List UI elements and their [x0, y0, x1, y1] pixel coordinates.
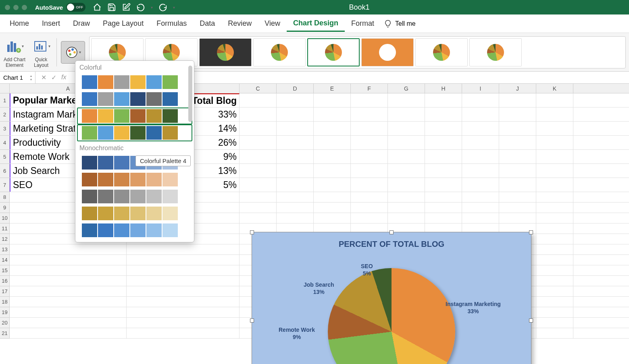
close-window-button[interactable] — [5, 5, 10, 10]
cell-C6[interactable] — [240, 164, 277, 178]
cell-A17[interactable] — [10, 286, 127, 296]
row-header-19[interactable]: 19 — [0, 307, 9, 318]
cell-K5[interactable] — [536, 150, 573, 163]
cell-G10[interactable] — [388, 213, 425, 223]
cell-K6[interactable] — [536, 164, 573, 178]
cell-F4[interactable] — [351, 136, 388, 149]
resize-handle[interactable] — [389, 230, 394, 234]
cell-K17[interactable] — [536, 286, 573, 296]
cell-A14[interactable] — [10, 255, 127, 265]
cell-E4[interactable] — [314, 136, 351, 149]
row-header-8[interactable]: 8 — [0, 192, 9, 203]
undo-icon[interactable] — [136, 3, 145, 12]
row-header-18[interactable]: 18 — [0, 297, 9, 307]
name-box[interactable]: Chart 1 ▴▾ — [0, 72, 35, 83]
maximize-window-button[interactable] — [22, 5, 27, 10]
cell-I9[interactable] — [462, 203, 499, 213]
cell-G7[interactable] — [388, 178, 425, 192]
chart-style-6[interactable] — [361, 38, 414, 66]
row-header-4[interactable]: 4 — [0, 136, 9, 150]
chart-style-8[interactable] — [469, 38, 522, 66]
column-header-E[interactable]: E — [314, 84, 351, 93]
cell-F2[interactable] — [351, 108, 388, 121]
cell-B21[interactable] — [127, 328, 240, 338]
resize-handle[interactable] — [529, 230, 533, 234]
cell-G9[interactable] — [388, 203, 425, 213]
cell-H3[interactable] — [425, 122, 462, 135]
cell-H9[interactable] — [425, 203, 462, 213]
cell-K21[interactable] — [536, 328, 573, 338]
row-header-14[interactable]: 14 — [0, 255, 9, 265]
tab-chart-design[interactable]: Chart Design — [287, 16, 345, 32]
minimize-window-button[interactable] — [13, 5, 19, 10]
cell-K8[interactable] — [536, 192, 573, 202]
cell-E9[interactable] — [314, 203, 351, 213]
cell-J5[interactable] — [499, 150, 536, 163]
cell-C3[interactable] — [240, 122, 277, 135]
dropdown-scrollbar[interactable] — [188, 66, 192, 122]
row-header-10[interactable]: 10 — [0, 213, 9, 223]
cell-I4[interactable] — [462, 136, 499, 149]
palette-row[interactable] — [77, 108, 192, 124]
cell-G1[interactable] — [388, 93, 425, 107]
cell-K11[interactable] — [536, 223, 573, 234]
cell-H2[interactable] — [425, 108, 462, 121]
row-header-11[interactable]: 11 — [0, 223, 9, 234]
cell-K15[interactable] — [536, 265, 573, 275]
row-header-5[interactable]: 5 — [0, 150, 9, 164]
tab-insert[interactable]: Insert — [35, 16, 67, 31]
cell-I6[interactable] — [462, 164, 499, 178]
cell-F7[interactable] — [351, 178, 388, 192]
cell-J7[interactable] — [499, 178, 536, 192]
cell-D8[interactable] — [277, 192, 314, 202]
cell-C5[interactable] — [240, 150, 277, 163]
cell-B15[interactable] — [127, 265, 240, 275]
cell-J6[interactable] — [499, 164, 536, 178]
cell-G4[interactable] — [388, 136, 425, 149]
cell-G8[interactable] — [388, 192, 425, 202]
row-header-16[interactable]: 16 — [0, 276, 9, 286]
redo-icon[interactable] — [158, 3, 167, 12]
cell-J3[interactable] — [499, 122, 536, 135]
cell-J2[interactable] — [499, 108, 536, 121]
cell-A13[interactable] — [10, 244, 127, 254]
cell-J4[interactable] — [499, 136, 536, 149]
row-header-13[interactable]: 13 — [0, 244, 9, 255]
cell-B13[interactable] — [127, 244, 240, 254]
cell-D5[interactable] — [277, 150, 314, 163]
chart-style-3[interactable] — [199, 38, 252, 66]
cell-G3[interactable] — [388, 122, 425, 135]
cell-D3[interactable] — [277, 122, 314, 135]
cell-D7[interactable] — [277, 178, 314, 192]
quick-layout-button[interactable]: ▾ — [30, 37, 52, 56]
cell-K20[interactable] — [536, 318, 573, 328]
column-header-K[interactable]: K — [536, 84, 573, 93]
cell-I7[interactable] — [462, 178, 499, 192]
cell-A18[interactable] — [10, 297, 127, 307]
cell-E6[interactable] — [314, 164, 351, 178]
cell-F1[interactable] — [351, 93, 388, 107]
pie-plot-area[interactable]: Instagram Marketing33%Marketing Strategy… — [252, 249, 531, 364]
row-header-2[interactable]: 2 — [0, 108, 9, 122]
column-header-H[interactable]: H — [425, 84, 462, 93]
cell-H1[interactable] — [425, 93, 462, 107]
home-icon[interactable] — [93, 3, 102, 12]
cell-I2[interactable] — [462, 108, 499, 121]
cell-G6[interactable] — [388, 164, 425, 178]
cell-G5[interactable] — [388, 150, 425, 163]
cell-C4[interactable] — [240, 136, 277, 149]
pie-chart[interactable] — [328, 268, 455, 364]
cell-B18[interactable] — [127, 297, 240, 307]
cell-K1[interactable] — [536, 93, 573, 107]
cell-E10[interactable] — [314, 213, 351, 223]
cell-E7[interactable] — [314, 178, 351, 192]
cell-H10[interactable] — [425, 213, 462, 223]
cell-K16[interactable] — [536, 276, 573, 286]
column-header-I[interactable]: I — [462, 84, 499, 93]
undo-dropdown[interactable]: ▾ — [151, 5, 153, 10]
cell-D9[interactable] — [277, 203, 314, 213]
cell-I1[interactable] — [462, 93, 499, 107]
cell-K14[interactable] — [536, 255, 573, 265]
cell-F3[interactable] — [351, 122, 388, 135]
autosave-toggle[interactable]: OFF — [66, 3, 85, 12]
